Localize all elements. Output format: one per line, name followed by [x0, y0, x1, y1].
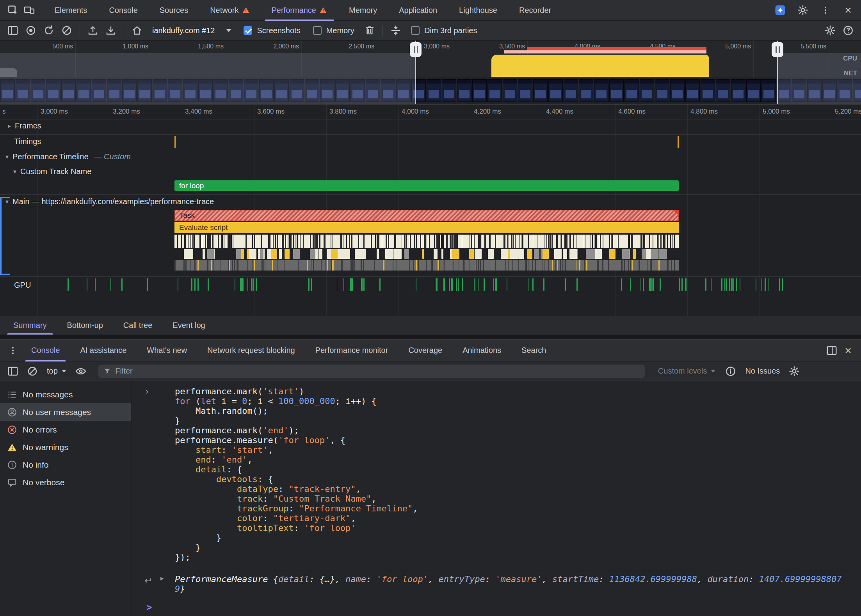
filmstrip-thumbnail[interactable] — [838, 79, 852, 102]
load-profile-icon[interactable] — [85, 22, 101, 39]
track-gpu[interactable]: GPU — [14, 281, 31, 290]
filmstrip-thumbnail[interactable] — [366, 79, 380, 102]
filmstrip-thumbnail[interactable] — [92, 79, 106, 102]
clear-icon[interactable] — [59, 22, 75, 39]
filmstrip-thumbnail[interactable] — [168, 79, 182, 102]
expand-object-icon[interactable]: ▸ — [160, 574, 164, 582]
filmstrip-thumbnail[interactable] — [198, 79, 213, 102]
issues-info-icon[interactable] — [722, 363, 739, 379]
timing-mark-end[interactable] — [678, 136, 679, 148]
flame-sparse[interactable] — [174, 248, 679, 260]
help-icon[interactable] — [840, 22, 856, 39]
save-profile-icon[interactable] — [103, 22, 119, 39]
overview-pane[interactable]: CPU NET 500 ms1,000 ms1,500 ms2,000 ms2,… — [0, 41, 861, 77]
filmstrip-thumbnail[interactable] — [442, 79, 456, 102]
sidebar-item-no-verbose[interactable]: No verbose — [0, 474, 131, 491]
close-drawer-icon[interactable]: × — [840, 342, 856, 359]
filmstrip-thumbnail[interactable] — [457, 79, 471, 102]
tab-call-tree[interactable]: Call tree — [113, 316, 162, 335]
record-icon[interactable] — [23, 22, 39, 39]
device-toolbar-icon[interactable] — [21, 2, 37, 18]
filmstrip-thumbnail[interactable] — [685, 79, 700, 102]
filmstrip-thumbnail[interactable] — [701, 79, 715, 102]
flame-gray[interactable] — [174, 260, 679, 271]
filmstrip-thumbnail[interactable] — [792, 79, 806, 102]
console-filter[interactable] — [98, 365, 645, 378]
toggle-sidebar-icon[interactable] — [5, 22, 21, 39]
sidebar-item-no-errors[interactable]: No errors — [0, 421, 131, 438]
filmstrip-thumbnail[interactable] — [396, 79, 411, 102]
memory-checkbox[interactable]: Memory — [313, 26, 354, 35]
evaluate-script-bar[interactable]: Evaluate script — [174, 222, 679, 233]
tab-lighthouse[interactable]: Lighthouse — [448, 0, 508, 21]
kebab-menu-icon[interactable] — [817, 2, 834, 18]
collect-garbage-icon[interactable] — [361, 22, 378, 39]
live-metrics-home-icon[interactable] — [129, 22, 145, 39]
filmstrip-thumbnail[interactable] — [731, 79, 745, 102]
long-task-bar[interactable]: Task — [174, 210, 679, 221]
tab-elements[interactable]: Elements — [44, 0, 98, 21]
filmstrip-thumbnail[interactable] — [640, 79, 654, 102]
input-expander-icon[interactable]: › — [146, 386, 148, 396]
issues-count-label[interactable]: No Issues — [745, 367, 780, 376]
eye-icon[interactable] — [73, 363, 89, 379]
filmstrip-thumbnail[interactable] — [624, 79, 639, 102]
filmstrip-thumbnail[interactable] — [107, 79, 121, 102]
filmstrip-thumbnail[interactable] — [244, 79, 258, 102]
filmstrip-thumbnail[interactable] — [609, 79, 624, 102]
filmstrip-thumbnail[interactable] — [807, 79, 822, 102]
filmstrip-thumbnail[interactable] — [183, 79, 197, 102]
filmstrip-thumbnail[interactable] — [31, 79, 45, 102]
close-devtools-icon[interactable]: × — [840, 2, 856, 18]
console-main[interactable]: › performance.mark('start')for (let i = … — [132, 381, 861, 616]
filmstrip-thumbnail[interactable] — [320, 79, 334, 102]
tab-animations[interactable]: Animations — [452, 339, 511, 361]
custom-levels-dropdown[interactable]: Custom levels — [654, 367, 720, 376]
filmstrip-thumbnail[interactable] — [213, 79, 228, 102]
capture-settings-gear-icon[interactable] — [822, 22, 838, 39]
filmstrip-thumbnail[interactable] — [153, 79, 167, 102]
filmstrip-thumbnail[interactable] — [579, 79, 593, 102]
filmstrip-thumbnail[interactable] — [670, 79, 685, 102]
sidebar-item-no-info[interactable]: No info — [0, 456, 131, 474]
filmstrip-thumbnail[interactable] — [777, 79, 791, 102]
track-frames[interactable]: ▸ Frames — [8, 121, 41, 130]
tab-what-s-new[interactable]: What's new — [137, 339, 197, 361]
track-performance-timeline[interactable]: ▾ Performance Timeline — Custom — [5, 152, 131, 161]
filmstrip-thumbnail[interactable] — [487, 79, 502, 102]
filmstrip-thumbnail[interactable] — [350, 79, 365, 102]
filmstrip-thumbnail[interactable] — [472, 79, 487, 102]
console-prompt[interactable]: > — [132, 597, 861, 604]
filmstrip-thumbnail[interactable] — [16, 79, 30, 102]
tab-coverage[interactable]: Coverage — [398, 339, 452, 361]
filmstrip-thumbnail[interactable] — [518, 79, 532, 102]
tab-network-request-blocking[interactable]: Network request blocking — [197, 339, 305, 361]
tab-memory[interactable]: Memory — [338, 0, 388, 21]
ai-spark-badge-icon[interactable] — [772, 2, 788, 18]
sidebar-item-no-user-messages[interactable]: No user messages — [0, 403, 131, 421]
sidebar-item-no-warnings[interactable]: No warnings — [0, 438, 131, 456]
tab-console[interactable]: Console — [21, 339, 70, 361]
filmstrip-thumbnail[interactable] — [533, 79, 548, 102]
settings-gear-icon[interactable] — [795, 2, 811, 18]
vertical-align-icon[interactable] — [388, 22, 404, 39]
filmstrip-thumbnail[interactable] — [137, 79, 152, 102]
track-main[interactable]: ▾ Main — https://iankduffy.com/examples/… — [5, 197, 214, 206]
tab-ai-assistance[interactable]: AI assistance — [70, 339, 137, 361]
clear-console-icon[interactable] — [24, 363, 41, 379]
inspect-icon[interactable] — [5, 2, 21, 18]
filmstrip-thumbnail[interactable] — [381, 79, 395, 102]
filter-input[interactable] — [115, 367, 640, 376]
tab-console[interactable]: Console — [98, 0, 148, 21]
dim-3rd-parties-checkbox[interactable]: Dim 3rd parties — [411, 26, 477, 35]
filmstrip-thumbnail[interactable] — [594, 79, 608, 102]
tab-performance[interactable]: Performance — [261, 0, 338, 21]
tab-sources[interactable]: Sources — [149, 0, 199, 21]
filmstrip-thumbnail[interactable] — [761, 79, 776, 102]
filmstrip-thumbnail[interactable] — [548, 79, 563, 102]
console-sidebar-icon[interactable] — [5, 363, 21, 379]
timing-mark-start[interactable] — [174, 136, 176, 148]
filmstrip-thumbnail[interactable] — [564, 79, 578, 102]
timeline-tracks[interactable]: ▸ Frames Timings ▾ Performance Timeline … — [0, 104, 861, 316]
tab-recorder[interactable]: Recorder — [508, 0, 562, 21]
